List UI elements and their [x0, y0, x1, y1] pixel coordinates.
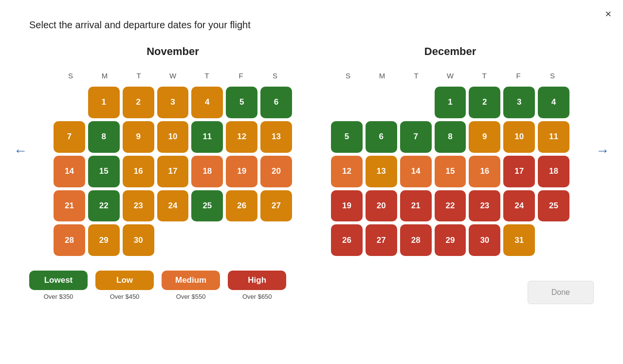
day-cell[interactable]: 28 [400, 224, 432, 256]
day-cell[interactable]: 18 [191, 156, 223, 187]
calendars-container: ← November SMTWTFS 123456789101112131415… [29, 45, 594, 256]
day-header: T [122, 70, 156, 82]
day-cell[interactable]: 23 [123, 190, 154, 222]
modal-title: Select the arrival and departure dates f… [29, 19, 594, 31]
day-cell[interactable]: 26 [226, 190, 257, 222]
day-cell[interactable]: 1 [88, 87, 120, 118]
november-grid: 1234567891011121314151617181920212223242… [54, 87, 292, 256]
legend-item: HighOver $650 [228, 271, 286, 300]
day-header: W [433, 70, 467, 82]
bottom-row: LowestOver $350LowOver $450MediumOver $5… [29, 271, 594, 304]
day-cell[interactable]: 14 [400, 156, 432, 187]
day-header: T [190, 70, 224, 82]
day-cell[interactable]: 21 [400, 190, 432, 222]
day-cell[interactable]: 25 [191, 190, 223, 222]
day-cell[interactable]: 31 [503, 224, 535, 256]
legend-badge[interactable]: Lowest [29, 271, 88, 290]
day-cell[interactable]: 12 [226, 121, 257, 153]
legend-row: LowestOver $350LowOver $450MediumOver $5… [29, 271, 286, 300]
day-cell[interactable]: 5 [226, 87, 257, 118]
day-cell[interactable]: 26 [331, 224, 363, 256]
day-cell[interactable]: 29 [435, 224, 466, 256]
legend-sublabel: Over $650 [242, 293, 272, 300]
day-cell[interactable]: 28 [54, 224, 85, 256]
november-day-headers: SMTWTFS [54, 70, 292, 82]
day-cell[interactable]: 22 [435, 190, 466, 222]
day-cell[interactable]: 17 [503, 156, 535, 187]
next-month-button[interactable]: → [592, 139, 613, 163]
day-cell[interactable]: 12 [331, 156, 363, 187]
day-cell[interactable]: 9 [123, 121, 154, 153]
day-cell[interactable]: 11 [191, 121, 223, 153]
day-cell[interactable]: 10 [503, 121, 535, 153]
prev-month-button[interactable]: ← [10, 139, 31, 163]
day-cell[interactable]: 11 [538, 121, 569, 153]
day-cell[interactable]: 6 [260, 87, 292, 118]
day-cell[interactable]: 2 [123, 87, 154, 118]
day-cell[interactable]: 27 [366, 224, 397, 256]
day-cell[interactable]: 30 [123, 224, 154, 256]
day-cell[interactable]: 9 [469, 121, 500, 153]
day-cell[interactable]: 15 [88, 156, 120, 187]
day-header: F [224, 70, 258, 82]
day-header: S [54, 70, 88, 82]
legend-badge[interactable]: Medium [162, 271, 220, 290]
empty-cell [331, 87, 363, 118]
december-calendar: December SMTWTFS 12345678910111213141516… [331, 45, 569, 256]
day-cell[interactable]: 5 [331, 121, 363, 153]
day-cell[interactable]: 13 [260, 121, 292, 153]
empty-cell [366, 87, 397, 118]
legend-sublabel: Over $550 [176, 293, 206, 300]
legend-badge[interactable]: High [228, 271, 286, 290]
day-cell[interactable]: 23 [469, 190, 500, 222]
day-cell[interactable]: 3 [157, 87, 189, 118]
legend-item: LowOver $450 [95, 271, 154, 300]
day-cell[interactable]: 7 [54, 121, 85, 153]
day-cell[interactable]: 30 [469, 224, 500, 256]
legend-item: LowestOver $350 [29, 271, 88, 300]
flight-date-modal: × Select the arrival and departure dates… [0, 0, 623, 364]
day-cell[interactable]: 1 [435, 87, 466, 118]
day-cell[interactable]: 8 [88, 121, 120, 153]
day-cell[interactable]: 22 [88, 190, 120, 222]
day-cell[interactable]: 19 [226, 156, 257, 187]
day-cell[interactable]: 4 [538, 87, 569, 118]
day-cell[interactable]: 16 [123, 156, 154, 187]
day-cell[interactable]: 10 [157, 121, 189, 153]
day-cell[interactable]: 7 [400, 121, 432, 153]
legend-sublabel: Over $450 [110, 293, 140, 300]
day-cell[interactable]: 17 [157, 156, 189, 187]
day-cell[interactable]: 19 [331, 190, 363, 222]
day-cell[interactable]: 18 [538, 156, 569, 187]
day-cell[interactable]: 15 [435, 156, 466, 187]
day-cell[interactable]: 14 [54, 156, 85, 187]
day-header: S [331, 70, 365, 82]
day-cell[interactable]: 4 [191, 87, 223, 118]
day-cell[interactable]: 29 [88, 224, 120, 256]
day-cell[interactable]: 3 [503, 87, 535, 118]
december-day-headers: SMTWTFS [331, 70, 569, 82]
legend-item: MediumOver $550 [162, 271, 220, 300]
day-header: S [535, 70, 569, 82]
day-cell[interactable]: 21 [54, 190, 85, 222]
december-title: December [331, 45, 569, 58]
day-cell[interactable]: 24 [157, 190, 189, 222]
december-grid: 1234567891011121314151617181920212223242… [331, 87, 569, 256]
done-button[interactable]: Done [528, 281, 594, 304]
day-cell[interactable]: 25 [538, 190, 569, 222]
day-cell[interactable]: 8 [435, 121, 466, 153]
empty-cell [400, 87, 432, 118]
day-cell[interactable]: 13 [366, 156, 397, 187]
day-cell[interactable]: 27 [260, 190, 292, 222]
day-header: M [365, 70, 399, 82]
legend-sublabel: Over $350 [44, 293, 73, 300]
day-header: M [88, 70, 122, 82]
close-button[interactable]: × [605, 9, 611, 19]
day-cell[interactable]: 6 [366, 121, 397, 153]
legend-badge[interactable]: Low [95, 271, 154, 290]
day-cell[interactable]: 20 [260, 156, 292, 187]
day-cell[interactable]: 2 [469, 87, 500, 118]
day-cell[interactable]: 20 [366, 190, 397, 222]
day-cell[interactable]: 16 [469, 156, 500, 187]
day-cell[interactable]: 24 [503, 190, 535, 222]
